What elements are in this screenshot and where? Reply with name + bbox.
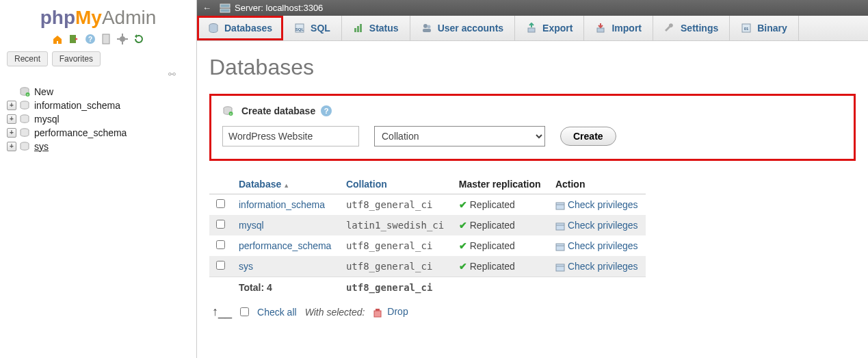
svg-rect-43	[376, 309, 380, 311]
check-icon: ✔	[459, 261, 467, 272]
expand-icon[interactable]: +	[7, 142, 16, 151]
home-icon[interactable]	[52, 34, 63, 44]
expand-icon[interactable]: +	[7, 101, 16, 110]
sidebar-toolbar: ?	[7, 31, 189, 49]
svg-rect-28	[597, 28, 604, 32]
db-name-link[interactable]: sys	[239, 261, 253, 272]
tree-item-sys[interactable]: + sys	[7, 140, 189, 153]
table-row: information_schemautf8_general_ci✔Replic…	[209, 194, 646, 216]
row-collation: utf8_general_ci	[339, 256, 452, 277]
topbar: ← Server: localhost:3306	[197, 0, 868, 16]
tree-item-information-schema[interactable]: + information_schema	[7, 99, 189, 112]
svg-text:01: 01	[744, 27, 749, 31]
tree-item-performance-schema[interactable]: + performance_schema	[7, 126, 189, 140]
row-collation: utf8_general_ci	[339, 194, 452, 216]
row-checkbox[interactable]	[216, 220, 225, 229]
total-label: Total: 4	[232, 277, 339, 298]
sidebar: phpMyAdmin ? Recent Favorites ⚯ + New + …	[0, 0, 197, 358]
help-icon[interactable]: ?	[321, 105, 332, 116]
svg-rect-21	[354, 28, 356, 32]
logo: phpMyAdmin	[7, 3, 189, 31]
logout-icon[interactable]	[68, 34, 79, 44]
drop-icon	[373, 308, 382, 318]
row-checkbox[interactable]	[216, 199, 225, 208]
tab-status[interactable]: Status	[342, 16, 410, 40]
check-all-checkbox[interactable]	[240, 307, 249, 316]
expand-icon[interactable]: +	[7, 114, 16, 124]
check-icon: ✔	[459, 199, 467, 210]
tab-export[interactable]: Export	[515, 16, 584, 40]
col-action: Action	[549, 175, 646, 194]
import-icon	[595, 23, 606, 34]
col-replication: Master replication	[452, 175, 549, 194]
svg-rect-34	[556, 203, 564, 209]
database-icon	[19, 101, 30, 110]
row-checkbox[interactable]	[216, 240, 225, 249]
select-arrow-icon: ↑__	[212, 305, 232, 319]
database-icon	[19, 128, 30, 138]
check-icon: ✔	[459, 240, 467, 251]
row-checkbox[interactable]	[216, 261, 225, 270]
privileges-icon	[555, 263, 565, 271]
docs-icon[interactable]	[101, 34, 111, 44]
db-name-link[interactable]: mysql	[239, 220, 264, 231]
create-database-panel: + Create database ? Collation Create	[209, 94, 856, 161]
row-collation: utf8_general_ci	[339, 235, 452, 256]
svg-rect-38	[556, 244, 564, 251]
col-collation[interactable]: Collation	[346, 179, 387, 190]
tab-binary[interactable]: 01 Binary	[730, 16, 799, 40]
sql-icon: SQL	[294, 23, 305, 34]
main: ← Server: localhost:3306 Databases SQL S…	[197, 0, 868, 358]
svg-rect-26	[423, 29, 431, 32]
help-icon[interactable]: ?	[85, 34, 96, 44]
tab-import[interactable]: Import	[584, 16, 653, 40]
wrench-icon	[664, 23, 675, 34]
create-button[interactable]: Create	[560, 127, 616, 146]
tab-databases[interactable]: Databases	[197, 16, 283, 40]
svg-point-24	[423, 24, 428, 28]
check-privileges-link[interactable]: Check privileges	[568, 240, 638, 251]
expand-icon[interactable]: +	[7, 128, 16, 138]
check-icon: ✔	[459, 220, 467, 231]
recent-tab[interactable]: Recent	[7, 51, 48, 66]
svg-rect-17	[220, 9, 230, 12]
tab-settings[interactable]: Settings	[653, 16, 730, 40]
settings-icon[interactable]	[117, 34, 128, 44]
svg-rect-0	[70, 35, 76, 43]
link-icon[interactable]: ⚯	[7, 69, 189, 79]
svg-rect-42	[374, 311, 381, 317]
check-privileges-link[interactable]: Check privileges	[568, 261, 638, 272]
footer-collation: utf8_general_ci	[339, 277, 452, 298]
tree-new[interactable]: + New	[7, 85, 189, 99]
tree-item-mysql[interactable]: + mysql	[7, 112, 189, 126]
svg-text:+: +	[27, 92, 29, 97]
server-label: Server: localhost:3306	[235, 3, 323, 13]
row-replication: ✔Replicated	[452, 235, 549, 256]
privileges-icon	[555, 201, 565, 209]
privileges-icon	[555, 242, 565, 251]
back-arrow-icon[interactable]: ←	[202, 3, 211, 13]
check-all-label[interactable]: Check all	[257, 307, 297, 318]
check-privileges-link[interactable]: Check privileges	[568, 220, 638, 231]
collation-select[interactable]: Collation	[374, 126, 545, 146]
database-icon	[19, 114, 30, 124]
db-name-link[interactable]: performance_schema	[239, 240, 331, 251]
svg-text:SQL: SQL	[295, 27, 304, 31]
check-privileges-link[interactable]: Check privileges	[568, 199, 638, 210]
databases-table: Database▲ Collation Master replication A…	[209, 175, 646, 298]
db-name-link[interactable]: information_schema	[239, 199, 325, 210]
with-selected-label: With selected:	[305, 307, 365, 318]
svg-rect-40	[556, 264, 564, 271]
export-icon	[526, 23, 537, 34]
reload-icon[interactable]	[133, 34, 144, 44]
row-replication: ✔Replicated	[452, 215, 549, 235]
favorites-tab[interactable]: Favorites	[52, 51, 101, 66]
tab-user-accounts[interactable]: User accounts	[410, 16, 515, 40]
col-database[interactable]: Database▲	[239, 179, 289, 190]
svg-point-4	[120, 36, 125, 42]
row-collation: latin1_swedish_ci	[339, 215, 452, 235]
binary-icon: 01	[741, 23, 752, 34]
database-name-input[interactable]	[222, 126, 359, 146]
tab-sql[interactable]: SQL SQL	[283, 16, 342, 40]
drop-action[interactable]: Drop	[373, 306, 408, 317]
